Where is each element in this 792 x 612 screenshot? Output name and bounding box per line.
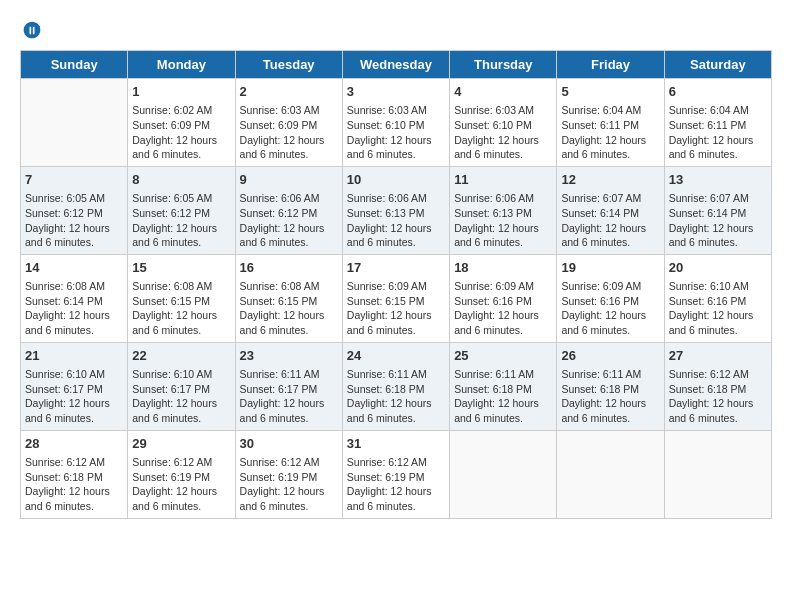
calendar-day-cell: 27Sunrise: 6:12 AM Sunset: 6:18 PM Dayli… xyxy=(664,342,771,430)
calendar-header-sunday: Sunday xyxy=(21,51,128,79)
day-number: 20 xyxy=(669,259,767,277)
day-number: 29 xyxy=(132,435,230,453)
logo xyxy=(20,20,42,40)
calendar-day-cell: 4Sunrise: 6:03 AM Sunset: 6:10 PM Daylig… xyxy=(450,79,557,167)
day-number: 25 xyxy=(454,347,552,365)
day-info: Sunrise: 6:08 AM Sunset: 6:14 PM Dayligh… xyxy=(25,279,123,338)
calendar-day-cell: 5Sunrise: 6:04 AM Sunset: 6:11 PM Daylig… xyxy=(557,79,664,167)
day-info: Sunrise: 6:09 AM Sunset: 6:16 PM Dayligh… xyxy=(561,279,659,338)
day-number: 12 xyxy=(561,171,659,189)
calendar-day-cell: 31Sunrise: 6:12 AM Sunset: 6:19 PM Dayli… xyxy=(342,430,449,518)
calendar-table: SundayMondayTuesdayWednesdayThursdayFrid… xyxy=(20,50,772,519)
day-number: 26 xyxy=(561,347,659,365)
calendar-day-cell: 19Sunrise: 6:09 AM Sunset: 6:16 PM Dayli… xyxy=(557,254,664,342)
day-info: Sunrise: 6:06 AM Sunset: 6:13 PM Dayligh… xyxy=(347,191,445,250)
calendar-day-cell xyxy=(450,430,557,518)
day-info: Sunrise: 6:05 AM Sunset: 6:12 PM Dayligh… xyxy=(25,191,123,250)
logo-icon xyxy=(22,20,42,40)
calendar-day-cell: 22Sunrise: 6:10 AM Sunset: 6:17 PM Dayli… xyxy=(128,342,235,430)
day-number: 24 xyxy=(347,347,445,365)
day-info: Sunrise: 6:09 AM Sunset: 6:16 PM Dayligh… xyxy=(454,279,552,338)
day-number: 3 xyxy=(347,83,445,101)
header xyxy=(20,20,772,40)
calendar-week-row: 14Sunrise: 6:08 AM Sunset: 6:14 PM Dayli… xyxy=(21,254,772,342)
calendar-day-cell: 20Sunrise: 6:10 AM Sunset: 6:16 PM Dayli… xyxy=(664,254,771,342)
day-number: 2 xyxy=(240,83,338,101)
calendar-header-row: SundayMondayTuesdayWednesdayThursdayFrid… xyxy=(21,51,772,79)
calendar-day-cell: 1Sunrise: 6:02 AM Sunset: 6:09 PM Daylig… xyxy=(128,79,235,167)
day-number: 22 xyxy=(132,347,230,365)
calendar-day-cell: 13Sunrise: 6:07 AM Sunset: 6:14 PM Dayli… xyxy=(664,166,771,254)
calendar-day-cell: 30Sunrise: 6:12 AM Sunset: 6:19 PM Dayli… xyxy=(235,430,342,518)
day-info: Sunrise: 6:03 AM Sunset: 6:09 PM Dayligh… xyxy=(240,103,338,162)
day-info: Sunrise: 6:08 AM Sunset: 6:15 PM Dayligh… xyxy=(132,279,230,338)
day-number: 21 xyxy=(25,347,123,365)
day-info: Sunrise: 6:04 AM Sunset: 6:11 PM Dayligh… xyxy=(561,103,659,162)
day-info: Sunrise: 6:02 AM Sunset: 6:09 PM Dayligh… xyxy=(132,103,230,162)
day-number: 8 xyxy=(132,171,230,189)
calendar-header-monday: Monday xyxy=(128,51,235,79)
day-number: 10 xyxy=(347,171,445,189)
calendar-day-cell: 28Sunrise: 6:12 AM Sunset: 6:18 PM Dayli… xyxy=(21,430,128,518)
day-info: Sunrise: 6:11 AM Sunset: 6:18 PM Dayligh… xyxy=(347,367,445,426)
day-info: Sunrise: 6:06 AM Sunset: 6:12 PM Dayligh… xyxy=(240,191,338,250)
day-number: 27 xyxy=(669,347,767,365)
calendar-day-cell xyxy=(21,79,128,167)
calendar-day-cell: 29Sunrise: 6:12 AM Sunset: 6:19 PM Dayli… xyxy=(128,430,235,518)
calendar-week-row: 1Sunrise: 6:02 AM Sunset: 6:09 PM Daylig… xyxy=(21,79,772,167)
calendar-day-cell: 2Sunrise: 6:03 AM Sunset: 6:09 PM Daylig… xyxy=(235,79,342,167)
day-info: Sunrise: 6:11 AM Sunset: 6:18 PM Dayligh… xyxy=(454,367,552,426)
day-number: 23 xyxy=(240,347,338,365)
calendar-day-cell: 23Sunrise: 6:11 AM Sunset: 6:17 PM Dayli… xyxy=(235,342,342,430)
day-info: Sunrise: 6:03 AM Sunset: 6:10 PM Dayligh… xyxy=(347,103,445,162)
day-info: Sunrise: 6:04 AM Sunset: 6:11 PM Dayligh… xyxy=(669,103,767,162)
day-info: Sunrise: 6:12 AM Sunset: 6:19 PM Dayligh… xyxy=(132,455,230,514)
day-number: 17 xyxy=(347,259,445,277)
calendar-week-row: 28Sunrise: 6:12 AM Sunset: 6:18 PM Dayli… xyxy=(21,430,772,518)
day-info: Sunrise: 6:12 AM Sunset: 6:18 PM Dayligh… xyxy=(25,455,123,514)
calendar-day-cell: 25Sunrise: 6:11 AM Sunset: 6:18 PM Dayli… xyxy=(450,342,557,430)
day-number: 11 xyxy=(454,171,552,189)
calendar-day-cell: 9Sunrise: 6:06 AM Sunset: 6:12 PM Daylig… xyxy=(235,166,342,254)
day-number: 13 xyxy=(669,171,767,189)
calendar-day-cell: 6Sunrise: 6:04 AM Sunset: 6:11 PM Daylig… xyxy=(664,79,771,167)
day-info: Sunrise: 6:12 AM Sunset: 6:19 PM Dayligh… xyxy=(240,455,338,514)
calendar-day-cell: 16Sunrise: 6:08 AM Sunset: 6:15 PM Dayli… xyxy=(235,254,342,342)
day-number: 30 xyxy=(240,435,338,453)
calendar-header-thursday: Thursday xyxy=(450,51,557,79)
calendar-week-row: 21Sunrise: 6:10 AM Sunset: 6:17 PM Dayli… xyxy=(21,342,772,430)
day-number: 19 xyxy=(561,259,659,277)
day-info: Sunrise: 6:05 AM Sunset: 6:12 PM Dayligh… xyxy=(132,191,230,250)
day-info: Sunrise: 6:03 AM Sunset: 6:10 PM Dayligh… xyxy=(454,103,552,162)
day-number: 14 xyxy=(25,259,123,277)
calendar-day-cell: 15Sunrise: 6:08 AM Sunset: 6:15 PM Dayli… xyxy=(128,254,235,342)
day-info: Sunrise: 6:07 AM Sunset: 6:14 PM Dayligh… xyxy=(561,191,659,250)
calendar-header-wednesday: Wednesday xyxy=(342,51,449,79)
day-info: Sunrise: 6:07 AM Sunset: 6:14 PM Dayligh… xyxy=(669,191,767,250)
day-info: Sunrise: 6:09 AM Sunset: 6:15 PM Dayligh… xyxy=(347,279,445,338)
day-number: 4 xyxy=(454,83,552,101)
day-number: 6 xyxy=(669,83,767,101)
day-info: Sunrise: 6:12 AM Sunset: 6:18 PM Dayligh… xyxy=(669,367,767,426)
day-info: Sunrise: 6:11 AM Sunset: 6:17 PM Dayligh… xyxy=(240,367,338,426)
calendar-day-cell: 14Sunrise: 6:08 AM Sunset: 6:14 PM Dayli… xyxy=(21,254,128,342)
day-info: Sunrise: 6:11 AM Sunset: 6:18 PM Dayligh… xyxy=(561,367,659,426)
day-info: Sunrise: 6:10 AM Sunset: 6:17 PM Dayligh… xyxy=(132,367,230,426)
day-number: 16 xyxy=(240,259,338,277)
calendar-day-cell: 17Sunrise: 6:09 AM Sunset: 6:15 PM Dayli… xyxy=(342,254,449,342)
calendar-day-cell xyxy=(557,430,664,518)
calendar-day-cell: 8Sunrise: 6:05 AM Sunset: 6:12 PM Daylig… xyxy=(128,166,235,254)
calendar-day-cell: 21Sunrise: 6:10 AM Sunset: 6:17 PM Dayli… xyxy=(21,342,128,430)
calendar-day-cell: 11Sunrise: 6:06 AM Sunset: 6:13 PM Dayli… xyxy=(450,166,557,254)
calendar-day-cell xyxy=(664,430,771,518)
day-info: Sunrise: 6:10 AM Sunset: 6:17 PM Dayligh… xyxy=(25,367,123,426)
calendar-day-cell: 24Sunrise: 6:11 AM Sunset: 6:18 PM Dayli… xyxy=(342,342,449,430)
day-info: Sunrise: 6:12 AM Sunset: 6:19 PM Dayligh… xyxy=(347,455,445,514)
calendar-day-cell: 12Sunrise: 6:07 AM Sunset: 6:14 PM Dayli… xyxy=(557,166,664,254)
day-number: 31 xyxy=(347,435,445,453)
day-info: Sunrise: 6:08 AM Sunset: 6:15 PM Dayligh… xyxy=(240,279,338,338)
calendar-day-cell: 18Sunrise: 6:09 AM Sunset: 6:16 PM Dayli… xyxy=(450,254,557,342)
day-number: 28 xyxy=(25,435,123,453)
calendar-day-cell: 3Sunrise: 6:03 AM Sunset: 6:10 PM Daylig… xyxy=(342,79,449,167)
day-info: Sunrise: 6:06 AM Sunset: 6:13 PM Dayligh… xyxy=(454,191,552,250)
